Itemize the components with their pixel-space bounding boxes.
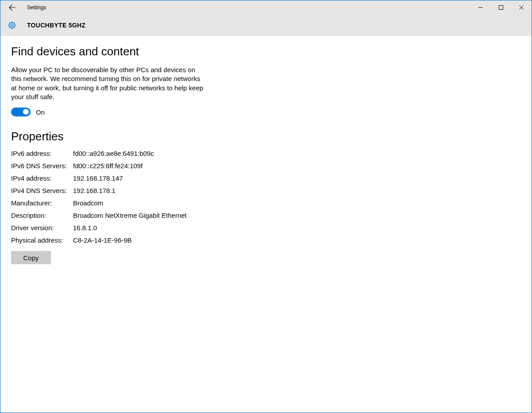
close-icon <box>519 5 524 10</box>
prop-label: Driver version: <box>11 224 73 232</box>
toggle-state-label: On <box>36 108 45 116</box>
copy-button[interactable]: Copy <box>11 251 51 264</box>
properties-table: IPv6 address: fd00::a926:ae8e:6491:b09c … <box>11 150 521 244</box>
subtitle-row: TOUCHBYTE 5GHZ <box>0 15 532 36</box>
prop-label: IPv6 address: <box>11 150 73 157</box>
properties-heading: Properties <box>11 130 521 143</box>
prop-label: IPv4 address: <box>11 174 73 182</box>
content-area: Find devices and content Allow your PC t… <box>0 36 532 275</box>
prop-value: fd00::a926:ae8e:6491:b09c <box>73 150 521 157</box>
find-devices-heading: Find devices and content <box>11 45 521 58</box>
minimize-button[interactable] <box>470 0 491 15</box>
prop-label: IPv6 DNS Servers: <box>11 162 73 170</box>
maximize-button[interactable] <box>491 0 511 15</box>
toggle-knob <box>23 109 29 115</box>
prop-label: Description: <box>11 212 73 219</box>
prop-value: 192.168.178.147 <box>73 174 521 182</box>
svg-rect-1 <box>499 6 503 10</box>
minimize-icon <box>478 5 483 10</box>
window-controls <box>470 0 532 15</box>
window-title: Settings <box>27 4 46 11</box>
prop-label: Manufacturer: <box>11 199 73 207</box>
discoverable-toggle[interactable] <box>11 108 31 116</box>
prop-value: fd00::c225:6ff:fe24:109f <box>73 162 521 170</box>
prop-label: Physical address: <box>11 236 73 244</box>
titlebar: Settings <box>0 0 532 15</box>
toggle-row: On <box>11 108 521 116</box>
svg-point-5 <box>9 22 15 28</box>
prop-value: C8-2A-14-1E-96-9B <box>73 236 521 244</box>
prop-label: IPv4 DNS Servers: <box>11 187 73 194</box>
back-button[interactable] <box>4 0 20 15</box>
network-name: TOUCHBYTE 5GHZ <box>27 22 85 29</box>
titlebar-header: Settings <box>0 0 532 36</box>
prop-value: Broadcom NetXtreme Gigabit Ethernet <box>73 212 521 219</box>
gear-icon <box>4 20 20 30</box>
prop-value: Broadcom <box>73 199 521 207</box>
close-button[interactable] <box>511 0 532 15</box>
prop-value: 192.168.178.1 <box>73 187 521 194</box>
maximize-icon <box>499 5 503 10</box>
find-devices-description: Allow your PC to be discoverable by othe… <box>11 66 206 101</box>
svg-point-4 <box>11 24 13 27</box>
back-arrow-icon <box>8 4 15 11</box>
prop-value: 16.8.1.0 <box>73 224 521 232</box>
